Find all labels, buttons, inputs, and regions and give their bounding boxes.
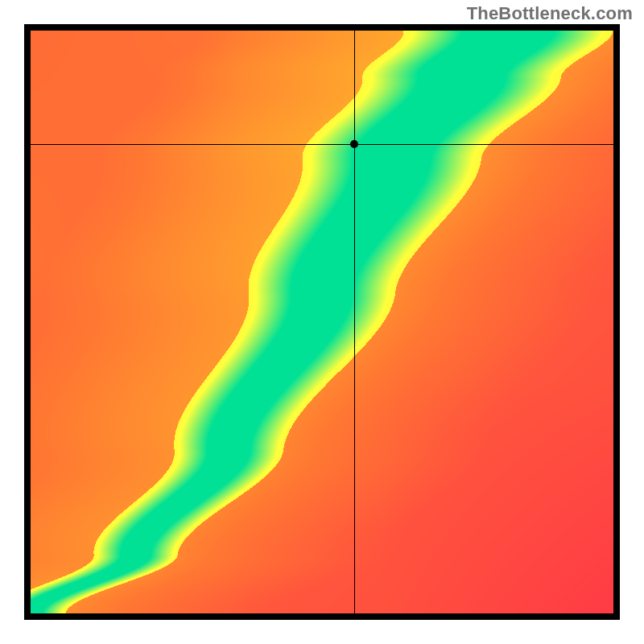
heatmap-canvas [31,31,613,613]
crosshair-vertical [354,31,355,613]
data-point-marker [350,140,358,148]
chart-plot-area [31,31,613,613]
chart-frame [24,24,620,620]
crosshair-horizontal [31,144,613,145]
chart-stage: TheBottleneck.com [0,0,644,644]
watermark-text: TheBottleneck.com [467,3,633,24]
